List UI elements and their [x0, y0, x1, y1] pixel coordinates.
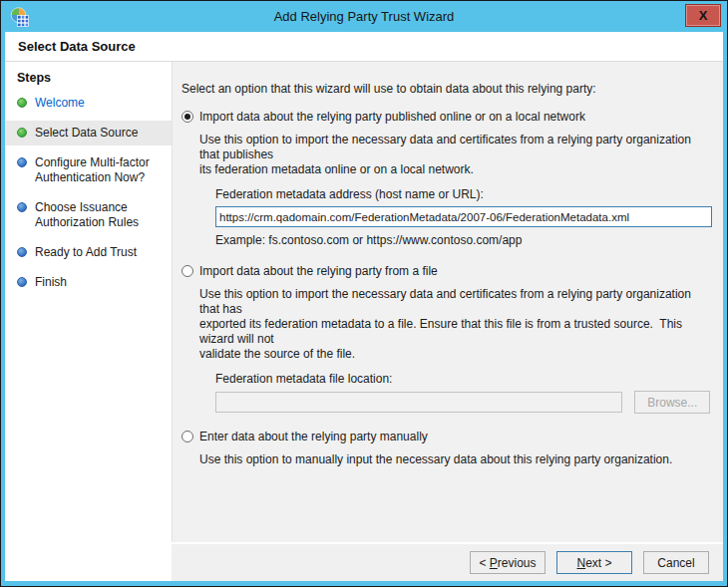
- steps-heading: Steps: [5, 71, 172, 91]
- radio-unselected-icon[interactable]: [182, 431, 193, 442]
- browse-button[interactable]: Browse...: [634, 391, 710, 414]
- window-title: Add Relying Party Trust Wizard: [5, 1, 723, 32]
- radio-import-file[interactable]: Import data about the relying party from…: [182, 264, 710, 279]
- option-import-file: Import data about the relying party from…: [182, 264, 710, 414]
- page-header: Select Data Source: [5, 32, 723, 62]
- button-bar: < Previous Next > Cancel: [172, 542, 723, 581]
- sidebar-item-ready-to-add: Ready to Add Trust: [5, 240, 172, 265]
- metadata-file-input[interactable]: [215, 392, 622, 413]
- metadata-address-input[interactable]: [215, 206, 712, 227]
- option-online-description: Use this option to import the necessary …: [199, 133, 710, 177]
- step-upcoming-icon: [17, 277, 27, 287]
- sidebar-item-configure-mfa: Configure Multi-factor Authentication No…: [5, 150, 172, 190]
- cancel-button[interactable]: Cancel: [643, 551, 709, 574]
- option-manual-description: Use this option to manually input the ne…: [199, 452, 710, 467]
- step-list: Welcome Select Data Source Configure Mul…: [5, 91, 172, 295]
- sidebar-item-select-data-source: Select Data Source: [5, 121, 172, 146]
- step-upcoming-icon: [17, 247, 27, 257]
- option-import-online: Import data about the relying party publ…: [182, 110, 710, 248]
- previous-button[interactable]: < Previous: [470, 551, 546, 574]
- step-upcoming-icon: [17, 157, 27, 167]
- wizard-window: Add Relying Party Trust Wizard X Select …: [0, 0, 728, 587]
- main-content: Select an option that this wizard will u…: [172, 62, 723, 542]
- option-file-description: Use this option to import the necessary …: [199, 287, 710, 362]
- page-title: Select Data Source: [18, 39, 136, 54]
- steps-sidebar: Steps Welcome Select Data Source Configu…: [5, 62, 172, 581]
- radio-import-online[interactable]: Import data about the relying party publ…: [182, 110, 710, 125]
- step-done-icon: [17, 98, 27, 108]
- sidebar-item-finish: Finish: [5, 270, 172, 295]
- option-enter-manually: Enter data about the relying party manua…: [182, 430, 710, 467]
- address-example-text: Example: fs.contoso.com or https://www.c…: [215, 233, 710, 248]
- intro-text: Select an option that this wizard will u…: [182, 82, 710, 97]
- step-done-icon: [17, 128, 27, 138]
- close-button[interactable]: X: [685, 4, 721, 27]
- radio-enter-manually[interactable]: Enter data about the relying party manua…: [182, 430, 710, 444]
- radio-selected-icon[interactable]: [182, 111, 193, 123]
- next-button[interactable]: Next >: [556, 551, 632, 574]
- radio-unselected-icon[interactable]: [182, 265, 193, 277]
- metadata-file-label: Federation metadata file location:: [215, 372, 710, 387]
- title-bar[interactable]: Add Relying Party Trust Wizard X: [5, 1, 723, 32]
- step-upcoming-icon: [17, 202, 27, 212]
- metadata-address-label: Federation metadata address (host name o…: [215, 187, 710, 202]
- sidebar-item-issuance-rules: Choose Issuance Authorization Rules: [5, 195, 172, 235]
- sidebar-item-welcome[interactable]: Welcome: [5, 91, 172, 116]
- dialog-surface: Select Data Source Steps Welcome Select …: [5, 32, 723, 581]
- close-icon: X: [699, 8, 708, 23]
